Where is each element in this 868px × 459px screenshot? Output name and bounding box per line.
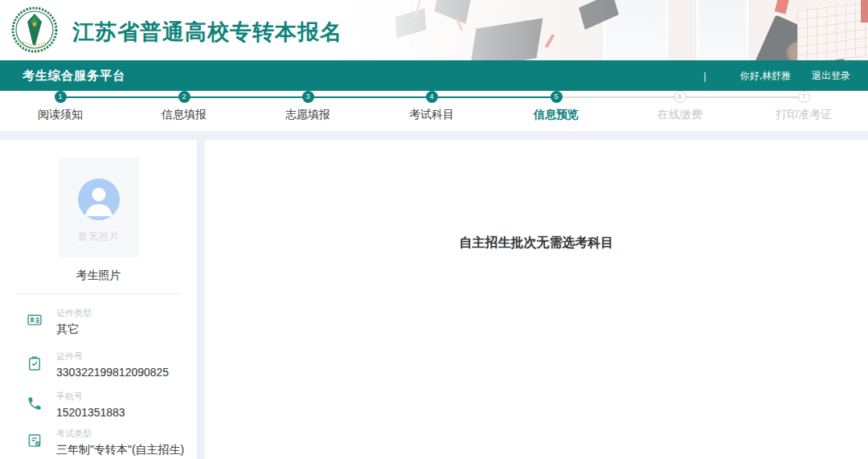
id-card-icon [27,312,43,328]
step-read-notice[interactable]: 1 阅读须知 [12,91,108,122]
candidate-sidebar: 暂无照片 考生照片 证件类型 其它 [0,140,197,459]
content-area: 暂无照片 考生照片 证件类型 其它 [0,140,868,459]
page-title: 江苏省普通高校专转本报名 [72,18,342,47]
site-header: 江苏省普通高校专转本报名 [0,0,868,60]
section-divider [0,131,868,140]
no-photo-text: 暂无照片 [59,230,139,244]
step-circle: 2 [178,91,190,103]
graduation-photo-banner [338,0,868,60]
separator: | [703,70,706,82]
step-circle: 3 [302,91,314,103]
step-progress-bar: 1 阅读须知 2 信息填报 3 志愿填报 4 考试科目 5 信息预览 6 在线缴… [0,91,868,131]
user-greeting: 你好,林舒雅 [740,69,791,83]
step-info-preview[interactable]: 5 信息预览 [508,91,604,122]
step-circle: 7 [798,91,810,103]
step-exam-subjects[interactable]: 4 考试科目 [383,91,480,122]
logout-button[interactable]: 退出登录 [812,69,850,83]
main-panel: 自主招生批次无需选考科目 [205,140,868,459]
top-navbar: 考生综合服务平台 | 你好,林舒雅 退出登录 [0,60,868,91]
exam-type-icon [27,432,43,449]
step-circle: 6 [674,91,686,103]
step-print-ticket: 7 打印准考证 [755,91,852,122]
field-id-type: 证件类型 其它 [27,307,92,337]
clipboard-check-icon [27,355,43,371]
school-emblem-logo [11,6,58,53]
step-circle: 4 [426,91,438,103]
page: 江苏省普通高校专转本报名 考生综合服务平台 | 你好,林舒雅 退出登录 1 阅读… [0,0,868,459]
no-subject-message: 自主招生批次无需选考科目 [205,140,868,252]
person-avatar-icon [78,178,120,220]
step-circle: 5 [551,91,563,103]
divider [16,293,181,294]
step-volunteer-fill[interactable]: 3 志愿填报 [260,91,356,122]
step-online-payment: 6 在线缴费 [632,91,728,122]
step-circle: 1 [55,91,67,103]
field-exam-type: 考试类型 三年制"专转本"(自主招生) [27,428,184,457]
step-info-fill[interactable]: 2 信息填报 [136,91,232,122]
phone-icon [27,395,43,412]
photo-label: 考生照片 [0,268,197,283]
candidate-photo-placeholder: 暂无照片 [59,158,139,257]
platform-title: 考生综合服务平台 [23,68,125,84]
field-id-number: 证件号 330322199812090825 [27,350,169,379]
field-phone: 手机号 15201351883 [27,391,125,419]
